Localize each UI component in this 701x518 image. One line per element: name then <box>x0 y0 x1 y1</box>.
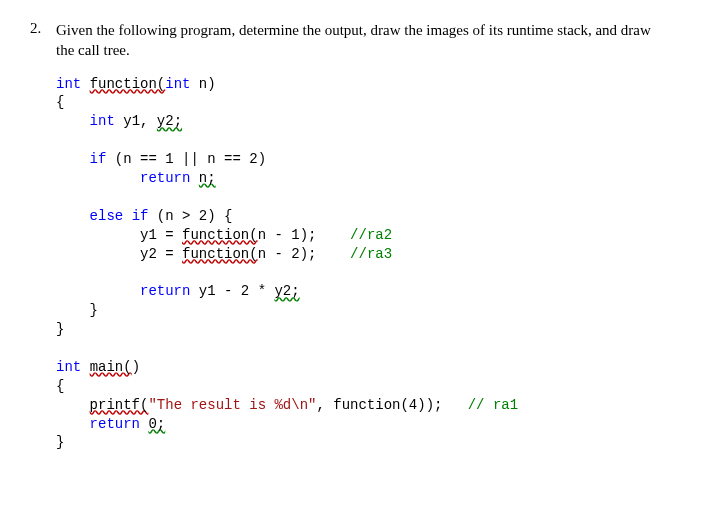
keyword-int: int <box>56 76 81 92</box>
code-text: n) <box>190 76 215 92</box>
question-text: Given the following program, determine t… <box>56 20 671 61</box>
keyword-int: int <box>56 359 81 375</box>
call-function: function( <box>182 246 258 262</box>
code-text: y1, <box>115 113 157 129</box>
keyword-return: return <box>140 170 190 186</box>
keyword-return: return <box>90 416 140 432</box>
code-text: ) <box>132 359 140 375</box>
printf-call: printf( <box>90 397 149 413</box>
keyword-if: if <box>90 151 107 167</box>
brace-open: { <box>56 378 64 394</box>
brace-close: } <box>90 302 98 318</box>
keyword-int: int <box>165 76 190 92</box>
code-text: , function(4)); <box>316 397 442 413</box>
string-literal: "The result is %d\n" <box>148 397 316 413</box>
main-name: main( <box>90 359 132 375</box>
code-text: n - 2); <box>258 246 317 262</box>
code-text: y2 = <box>140 246 182 262</box>
brace-close: } <box>56 434 64 450</box>
comment-ra3: //ra3 <box>350 246 392 262</box>
code-text: y1 - 2 * <box>190 283 274 299</box>
comment-ra2: //ra2 <box>350 227 392 243</box>
code-text: y1 = <box>140 227 182 243</box>
code-text: (n > 2) { <box>148 208 232 224</box>
question-number: 2. <box>30 20 56 37</box>
return-zero: 0; <box>148 416 165 432</box>
comment-ra1: // ra1 <box>468 397 518 413</box>
function-name: function( <box>90 76 166 92</box>
code-text: (n == 1 || n == 2) <box>106 151 266 167</box>
brace-close: } <box>56 321 64 337</box>
var-y2: y2; <box>157 113 182 129</box>
return-n: n; <box>199 170 216 186</box>
keyword-return: return <box>140 283 190 299</box>
keyword-if: if <box>132 208 149 224</box>
code-block: int function(int n) { int y1, y2; if (n … <box>56 75 671 453</box>
question-block: 2. Given the following program, determin… <box>30 20 671 61</box>
var-y2: y2; <box>274 283 299 299</box>
keyword-int: int <box>90 113 115 129</box>
call-function: function( <box>182 227 258 243</box>
keyword-else: else <box>90 208 124 224</box>
brace-open: { <box>56 94 64 110</box>
code-text: n - 1); <box>258 227 317 243</box>
